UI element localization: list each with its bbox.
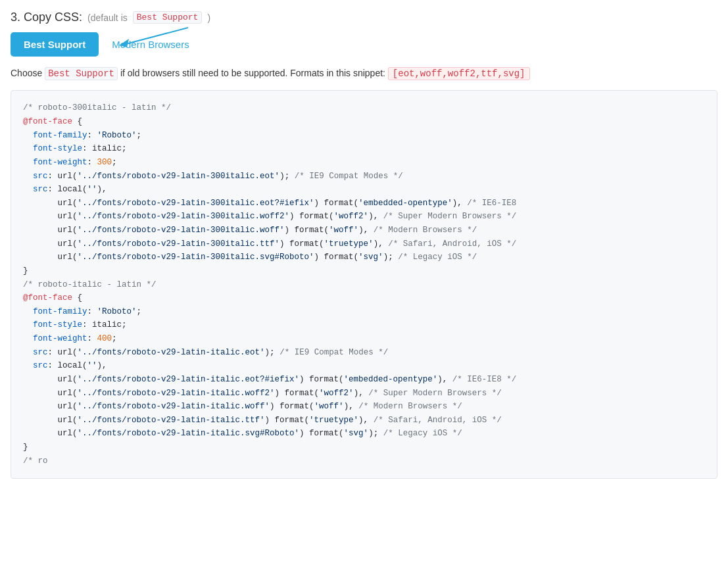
code-line-4: font-style: italic; [23,142,705,156]
heading-number: 3. Copy CSS: [11,11,82,24]
code-line-11: url('../fonts/roboto-v29-latin-300italic… [23,237,705,251]
code-line-2: @font-face { [23,115,705,129]
code-line-20: src: local(''), [23,359,705,373]
code-line-12: url('../fonts/roboto-v29-latin-300italic… [23,251,705,264]
code-line-10: url('../fonts/roboto-v29-latin-300italic… [23,224,705,237]
code-line-23: url('../fonts/roboto-v29-latin-italic.wo… [23,400,705,414]
code-line-18: font-weight: 400; [23,332,705,346]
code-line-13: } [23,264,705,278]
code-line-27: /* ro [23,454,705,468]
code-line-21: url('../fonts/roboto-v29-latin-italic.eo… [23,373,705,387]
mode-buttons-row: Best Support Modern Browsers [11,32,717,57]
code-line-14: /* roboto-italic - latin */ [23,278,705,292]
best-support-button[interactable]: Best Support [11,32,99,57]
svg-line-0 [126,28,188,44]
desc-prefix: Choose [11,68,42,78]
code-line-1: /* roboto-300italic - latin */ [23,101,705,115]
code-line-25: url('../fonts/roboto-v29-latin-italic.sv… [23,427,705,441]
code-line-9: url('../fonts/roboto-v29-latin-300italic… [23,210,705,224]
desc-highlight: Best Support [45,67,118,80]
code-line-6: src: url('../fonts/roboto-v29-latin-300i… [23,170,705,183]
svg-marker-1 [119,39,129,47]
code-line-26: } [23,441,705,454]
heading-default-suffix: ) [207,12,210,23]
arrow-indicator [112,18,191,51]
desc-formats: [eot,woff,woff2,ttf,svg] [388,67,530,80]
code-line-7: src: local(''), [23,183,705,197]
desc-middle: if old browsers still need to be support… [120,68,385,78]
code-line-3: font-family: 'Roboto'; [23,129,705,143]
code-line-19: src: url('../fonts/roboto-v29-latin-ital… [23,346,705,360]
code-line-22: url('../fonts/roboto-v29-latin-italic.wo… [23,387,705,401]
code-line-24: url('../fonts/roboto-v29-latin-italic.tt… [23,414,705,427]
code-line-16: font-family: 'Roboto'; [23,305,705,319]
code-line-8: url('../fonts/roboto-v29-latin-300italic… [23,197,705,210]
css-code-block: /* roboto-300italic - latin */ @font-fac… [11,90,717,479]
code-line-5: font-weight: 300; [23,156,705,170]
code-line-15: @font-face { [23,291,705,305]
code-line-17: font-style: italic; [23,318,705,332]
description-text: Choose Best Support if old browsers stil… [11,66,717,81]
